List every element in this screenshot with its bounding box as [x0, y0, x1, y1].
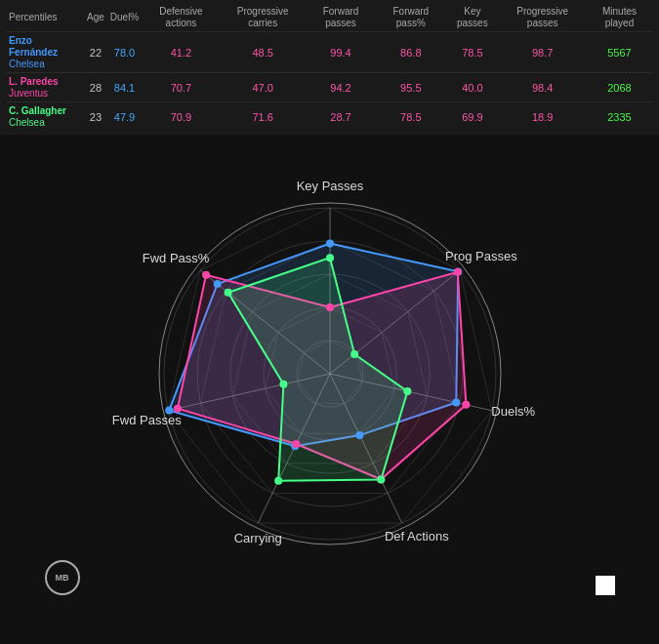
svg-point-39 [274, 477, 282, 485]
team-name: Chelsea [9, 59, 81, 69]
player-name: L. Paredes [9, 76, 81, 88]
svg-point-27 [213, 280, 221, 288]
radar-axis-label: Carrying [233, 531, 281, 545]
table-row: Enzo Fernández Chelsea 22 78.0 41.2 48.5… [6, 32, 653, 73]
age-cell: 28 [84, 73, 107, 102]
svg-point-34 [202, 271, 210, 279]
player-cell: Enzo Fernández Chelsea [6, 32, 84, 73]
col-header-duel: Duel% [107, 4, 142, 32]
svg-point-37 [403, 387, 411, 395]
svg-point-23 [452, 399, 460, 407]
radar-axis-label: Fwd Pass% [142, 251, 209, 265]
stats-table-section: Percentiles Age Duel% Defensive actions … [0, 0, 659, 135]
logo: MB [45, 560, 80, 595]
prog-carries-cell: 47.0 [221, 73, 306, 102]
defensive-cell: 70.7 [142, 73, 220, 102]
radar-axis-label: Key Passes [296, 179, 363, 193]
duel-cell: 47.9 [107, 102, 142, 132]
fwd-passes-cell: 99.4 [306, 32, 377, 73]
table-row: L. Paredes Juventus 28 84.1 70.7 47.0 94… [6, 73, 653, 102]
key-passes-cell: 69.9 [445, 102, 499, 132]
player-name: Enzo Fernández [9, 35, 81, 59]
white-box-indicator [596, 576, 615, 595]
svg-point-33 [173, 405, 181, 413]
defensive-cell: 41.2 [142, 32, 220, 73]
team-name: Chelsea [9, 117, 81, 128]
prog-passes-cell: 18.9 [499, 102, 586, 132]
svg-point-41 [224, 289, 231, 297]
svg-point-21 [326, 240, 334, 248]
age-cell: 22 [84, 32, 107, 73]
radar-section: Key PassesProg PassesDuels%Def ActionsCa… [0, 135, 659, 613]
radar-chart: Key PassesProg PassesDuels%Def ActionsCa… [57, 149, 603, 598]
prog-passes-cell: 98.7 [499, 32, 586, 73]
duel-cell: 84.1 [107, 73, 142, 102]
prog-carries-cell: 71.6 [221, 102, 306, 132]
radar-axis-label: Def Actions [384, 529, 448, 543]
defensive-cell: 70.9 [142, 102, 220, 132]
key-passes-cell: 78.5 [445, 32, 499, 73]
stats-table: Percentiles Age Duel% Defensive actions … [6, 4, 653, 131]
radar-container: Key PassesProg PassesDuels%Def ActionsCa… [37, 144, 623, 603]
col-header-defensive: Defensive actions [142, 4, 220, 32]
minutes-cell: 2335 [586, 102, 653, 132]
radar-axis-label: Fwd Passes [111, 413, 181, 427]
player-cell: L. Paredes Juventus [6, 73, 84, 102]
svg-point-38 [377, 476, 385, 484]
key-passes-cell: 40.0 [445, 73, 499, 102]
minutes-cell: 5567 [586, 32, 653, 73]
fwd-pass-pct-cell: 95.5 [376, 73, 445, 102]
prog-carries-cell: 48.5 [221, 32, 306, 73]
col-header-prog-carries: Progressive carries [221, 4, 306, 32]
col-header-key-passes: Key passes [445, 4, 499, 32]
svg-point-24 [355, 431, 363, 439]
radar-axis-label: Duels% [491, 404, 535, 419]
radar-axis-label: Prog Passes [445, 249, 517, 263]
player-cell: C. Gallagher Chelsea [6, 102, 84, 132]
col-header-minutes: Minutes played [586, 4, 653, 32]
fwd-pass-pct-cell: 86.8 [376, 32, 445, 73]
fwd-pass-pct-cell: 78.5 [376, 102, 445, 132]
col-header-age: Age [84, 4, 107, 32]
col-header-fwd-passes: Forward passes [306, 4, 377, 32]
svg-point-40 [279, 381, 287, 388]
col-header-prog-passes: Progressive passes [499, 4, 586, 32]
svg-point-36 [350, 350, 358, 358]
svg-point-35 [326, 254, 334, 262]
prog-passes-cell: 98.4 [499, 73, 586, 102]
team-name: Juventus [9, 88, 81, 99]
col-header-percentiles: Percentiles [6, 4, 84, 32]
svg-point-30 [462, 401, 470, 409]
player-name: C. Gallagher [9, 105, 81, 117]
duel-cell: 78.0 [107, 32, 142, 73]
minutes-cell: 2068 [586, 73, 653, 102]
table-row: C. Gallagher Chelsea 23 47.9 70.9 71.6 2… [6, 102, 653, 132]
svg-point-28 [326, 303, 334, 311]
age-cell: 23 [84, 102, 107, 132]
svg-point-32 [292, 440, 300, 448]
fwd-passes-cell: 28.7 [306, 102, 377, 132]
svg-point-29 [453, 268, 461, 276]
col-header-fwd-pass-pct: Forward pass% [376, 4, 445, 32]
fwd-passes-cell: 94.2 [306, 73, 377, 102]
